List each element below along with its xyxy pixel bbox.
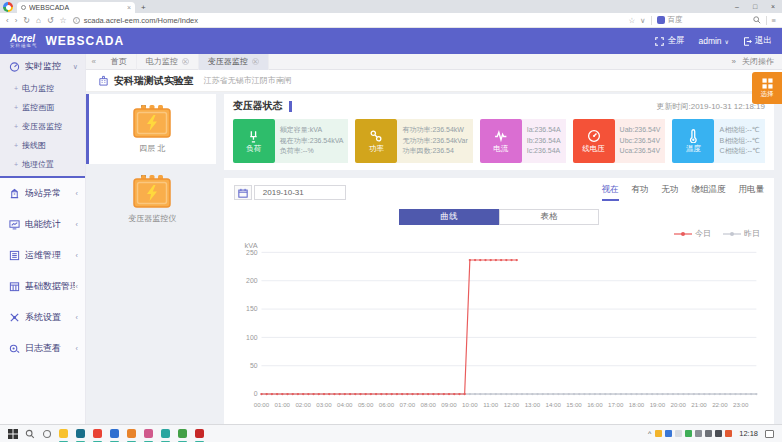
metric-tab[interactable]: 视在 [602, 184, 619, 201]
sidebar-subitem[interactable]: +监控画面 [0, 98, 85, 117]
display-app-icon[interactable] [72, 425, 89, 442]
bookmark-star-icon[interactable]: ☆ [60, 16, 67, 25]
minimize-button[interactable]: – [728, 0, 746, 13]
app-red-icon[interactable] [191, 425, 208, 442]
app-teal-icon[interactable] [157, 425, 174, 442]
sidebar-item-3[interactable]: 运维管理‹ [0, 240, 85, 271]
tray-gray1-icon[interactable] [695, 430, 702, 437]
file-explorer-icon[interactable] [55, 425, 72, 442]
cortana-icon[interactable] [38, 425, 55, 442]
search-icon[interactable] [21, 425, 38, 442]
back-icon[interactable]: ‹ [6, 16, 9, 25]
data-point [291, 393, 293, 395]
sidebar-item-0[interactable]: 实时监控∨ [0, 54, 85, 79]
station-row: 安科瑞测试实验室 江苏省无锡市江阴市南闸 [86, 70, 782, 92]
legend-item[interactable]: 今日 [674, 228, 711, 239]
sidebar-item-2[interactable]: 电能统计‹ [0, 209, 85, 240]
home-icon[interactable]: ⌂ [36, 16, 41, 25]
station-location: 江苏省无锡市江阴市南闸 [204, 75, 292, 86]
x-tick-label: 21:00 [691, 402, 707, 409]
search-engine-icon[interactable] [657, 16, 665, 24]
device-card[interactable]: 变压器监控仪 [86, 164, 216, 234]
data-point [479, 393, 481, 395]
app-pink-icon[interactable] [140, 425, 157, 442]
sidebar-item-4[interactable]: 基础数据管理‹ [0, 271, 85, 302]
notification-center-icon[interactable] [765, 430, 774, 438]
device-select-fab[interactable]: 选择 [752, 72, 782, 104]
tray-blue-icon[interactable] [665, 430, 672, 437]
metric-tab[interactable]: 无功 [662, 184, 679, 201]
app-blue-icon[interactable] [106, 425, 123, 442]
reload-icon[interactable]: ↻ [23, 16, 30, 25]
close-operations-dropdown[interactable]: » 关闭操作 [732, 56, 782, 67]
metric-tab[interactable]: 有功 [632, 184, 649, 201]
url-field[interactable]: i scada.acrel-eem.com/Home/Index [73, 15, 629, 26]
undo-icon[interactable]: ↺ [47, 16, 54, 25]
station-name[interactable]: 安科瑞测试实验室 [114, 74, 194, 88]
sidebar-subitem-label: 电力监控 [22, 83, 54, 94]
page-tab[interactable]: 电力监控× [137, 54, 199, 70]
browser-menu-icon[interactable]: ≡ [772, 16, 776, 25]
maximize-button[interactable]: □ [746, 0, 764, 13]
data-point [630, 393, 632, 395]
defender-shield-icon[interactable] [655, 430, 662, 437]
site-info-icon[interactable]: i [73, 17, 80, 24]
sidebar-item-5[interactable]: 系统设置‹ [0, 302, 85, 333]
sidebar-subitem[interactable]: +地理位置 [0, 155, 85, 174]
fullscreen-label: 全屏 [667, 35, 684, 47]
view-toggle-button[interactable]: 表格 [499, 209, 599, 225]
shield-green-icon[interactable] [685, 430, 692, 437]
sidebar-subitem[interactable]: +接线图 [0, 136, 85, 155]
legend-item[interactable]: 昨日 [723, 228, 760, 239]
tray-orange-icon[interactable] [725, 430, 732, 437]
browser-tab[interactable]: WEBSCADA × [17, 2, 135, 13]
data-point [562, 393, 564, 395]
close-button[interactable]: × [764, 0, 782, 13]
start-button[interactable] [4, 425, 21, 442]
system-settings-icon [9, 312, 20, 323]
hidden-icons-chevron[interactable]: ^ [648, 430, 651, 437]
page-tab[interactable]: 变压器监控× [199, 54, 269, 70]
voltage-icon [587, 129, 601, 143]
forward-icon[interactable]: › [15, 16, 18, 25]
sidebar-item-1[interactable]: 场站异常‹ [0, 178, 85, 209]
data-point [672, 393, 674, 395]
y-tick-label: 250 [246, 249, 258, 256]
device-card[interactable]: 四层 北 [86, 94, 216, 164]
user-menu[interactable]: admin ∨ [698, 36, 729, 46]
date-input[interactable]: 2019-10-31 [254, 185, 346, 200]
search-icon[interactable] [753, 16, 761, 24]
app-green-icon[interactable] [174, 425, 191, 442]
data-point [427, 393, 429, 395]
sidebar-item-6[interactable]: 日志查看‹ [0, 333, 85, 364]
realtime-icon [9, 61, 20, 72]
data-point [682, 393, 684, 395]
tab-close-icon[interactable]: × [182, 58, 189, 65]
page-tab[interactable]: 首页 [102, 54, 137, 70]
tab-close-icon[interactable]: × [127, 4, 131, 11]
metric-tab[interactable]: 绕组温度 [692, 184, 726, 201]
extension-dropdown-icon[interactable]: ∨ [640, 16, 646, 25]
tray-box-icon[interactable] [675, 430, 682, 437]
tab-close-icon[interactable]: × [252, 58, 259, 65]
tray-gray2-icon[interactable] [705, 430, 712, 437]
sidebar-subitem[interactable]: +电力监控 [0, 79, 85, 98]
data-point [708, 393, 710, 395]
metric-tab[interactable]: 用电量 [739, 184, 765, 201]
new-tab-button[interactable]: + [141, 3, 146, 12]
app-orange-icon[interactable] [123, 425, 140, 442]
logout-button[interactable]: 退出 [743, 35, 772, 47]
clock[interactable]: 12:18 [739, 429, 758, 438]
fullscreen-button[interactable]: 全屏 [655, 35, 684, 47]
extension-star-icon[interactable]: ☆ [628, 16, 635, 25]
view-toggle-button[interactable]: 曲线 [399, 209, 499, 225]
chrome-icon[interactable] [89, 425, 106, 442]
data-point [578, 393, 580, 395]
tabbar-collapse-icon[interactable]: « [86, 57, 102, 66]
sidebar-subitem[interactable]: +变压器监控 [0, 117, 85, 136]
logout-icon [743, 37, 752, 46]
tray-dark-icon[interactable] [715, 430, 722, 437]
chevron-left-icon: ‹ [75, 252, 77, 259]
sidebar-item-label: 运维管理 [25, 249, 75, 262]
calendar-button[interactable] [234, 185, 252, 200]
